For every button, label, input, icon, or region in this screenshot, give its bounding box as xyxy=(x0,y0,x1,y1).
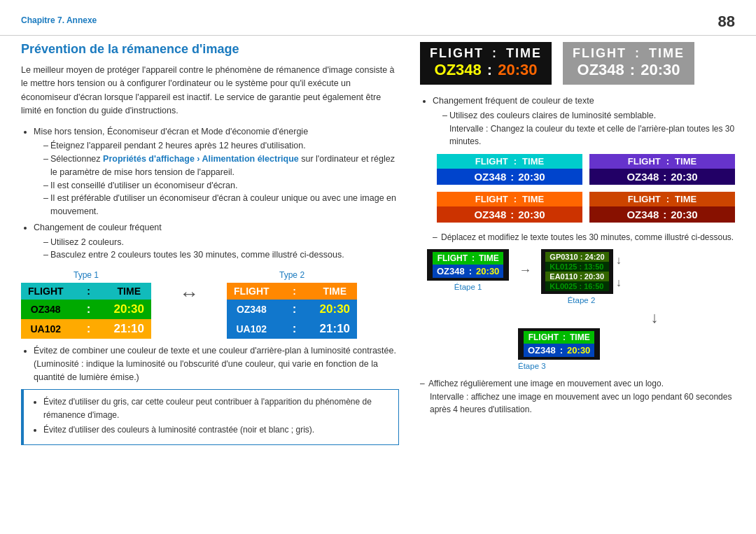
t1-sep2: : xyxy=(71,319,107,339)
gray-colon2: : xyxy=(630,61,635,79)
b1-sub3: Il est conseillé d'utiliser un économise… xyxy=(50,181,237,190)
black-time: 20:30 xyxy=(498,61,537,79)
step2-label: Étape 2 xyxy=(568,296,596,304)
b1-sub1: Éteignez l'appareil pendant 2 heures apr… xyxy=(50,141,306,150)
b2-sub2: Basculez entre 2 couleurs toutes les 30 … xyxy=(50,250,344,260)
b1-sub4: Il est préférable d'utiliser un économis… xyxy=(50,193,396,216)
black-time-label: TIME xyxy=(506,46,542,61)
gray-time-label: TIME xyxy=(649,46,685,61)
interval-text: Intervalle : Changez la couleur du texte… xyxy=(433,122,735,148)
step3-display: FLIGHT : TIME OZ348 : 20:30 xyxy=(518,328,600,360)
color-box-purple: FLIGHT:TIME OZ348:20:30 xyxy=(589,154,735,185)
freq-change-label: Changement fréquent de couleur de texte xyxy=(433,96,594,106)
top-divider xyxy=(0,35,756,36)
note1: Évitez d'utiliser du gris, car cette cou… xyxy=(43,397,372,420)
down-arrow-step3: ↓ xyxy=(420,310,735,325)
gray-time: 20:30 xyxy=(640,61,680,79)
black-colon2: : xyxy=(487,61,492,79)
color-box-darkorange: FLIGHT:TIME OZ348:20:30 xyxy=(589,192,735,223)
t1-colon: : xyxy=(71,283,107,300)
t1-code2: UA102 xyxy=(21,319,71,339)
t2-time: TIME xyxy=(313,283,357,300)
step2-list: GP0310 : 24:20 KL0125 : 13:50 EA0110 : 2… xyxy=(541,249,612,294)
t2-code1: OZ348 xyxy=(227,300,276,319)
section-title: Prévention de la rémanence d'image xyxy=(21,42,399,57)
note-box: Évitez d'utiliser du gris, car cette cou… xyxy=(21,389,399,445)
note2: Évitez d'utiliser des couleurs à luminos… xyxy=(43,425,314,435)
final-note-post: Intervalle : affichez une image en mouve… xyxy=(420,391,735,416)
black-flight: FLIGHT xyxy=(430,46,484,61)
t1-val2: 21:10 xyxy=(107,319,151,339)
color-box-orange: FLIGHT:TIME OZ348:20:30 xyxy=(437,192,582,223)
final-note-pre: Affichez régulièrement une image en mouv… xyxy=(420,377,735,391)
gray-flight: FLIGHT xyxy=(573,46,626,61)
bullet1-text: Mise hors tension, Économiseur d'écran e… xyxy=(34,127,308,136)
freq-sub1: Utilisez des couleurs claires de luminos… xyxy=(449,111,656,120)
t2-flight: FLIGHT xyxy=(227,283,276,300)
t2-colon: : xyxy=(276,283,313,300)
t1-code1: OZ348 xyxy=(21,300,71,319)
chapter-label: Chapitre 7. Annexe xyxy=(21,15,97,25)
t1-flight: FLIGHT xyxy=(21,283,71,300)
move-dash-text: Déplacez et modifiez le texte toutes les… xyxy=(433,231,735,244)
t2-code2: UA102 xyxy=(227,319,276,339)
gray-code: OZ348 xyxy=(578,61,624,79)
t2-val1: 20:30 xyxy=(313,300,357,319)
bullet2-text: Changement de couleur fréquent xyxy=(34,223,162,232)
gray-colon: : xyxy=(635,46,640,61)
black-code: OZ348 xyxy=(435,61,482,79)
type2-label: Type 2 xyxy=(227,270,357,280)
t1-time: TIME xyxy=(107,283,151,300)
t2-sep1: : xyxy=(276,300,313,319)
black-colon: : xyxy=(492,46,498,61)
swap-arrow: ↔ xyxy=(179,270,199,305)
b1-sub2-link: Propriétés d'affichage › Alimentation él… xyxy=(103,154,299,164)
demo-black-box: FLIGHT : TIME OZ348 : 20:30 xyxy=(420,42,552,85)
bullet3-text: Évitez de combiner une couleur de texte … xyxy=(34,346,396,382)
color-box-cyan: FLIGHT:TIME OZ348:20:30 xyxy=(437,154,582,185)
type1-label: Type 1 xyxy=(21,270,151,280)
t1-sep1: : xyxy=(71,300,107,319)
step1-display: FLIGHT : TIME OZ348 : 20:30 xyxy=(427,249,509,281)
step-arrow-right: → xyxy=(519,249,531,278)
step3-label: Étape 3 xyxy=(518,362,546,370)
t1-val1: 20:30 xyxy=(107,300,151,319)
b2-sub1: Utilisez 2 couleurs. xyxy=(50,237,124,247)
step1-label: Étape 1 xyxy=(454,283,482,291)
intro-text: Le meilleur moyen de protéger l'appareil… xyxy=(21,64,399,118)
t2-sep2: : xyxy=(276,319,313,339)
b1-sub2-pre: Sélectionnez xyxy=(50,154,103,164)
t2-val2: 21:10 xyxy=(313,319,357,339)
demo-gray-box: FLIGHT : TIME OZ348 : 20:30 xyxy=(563,42,694,85)
step2-arrows: ↓ ↓ xyxy=(616,249,622,294)
page-number: 88 xyxy=(718,13,735,31)
